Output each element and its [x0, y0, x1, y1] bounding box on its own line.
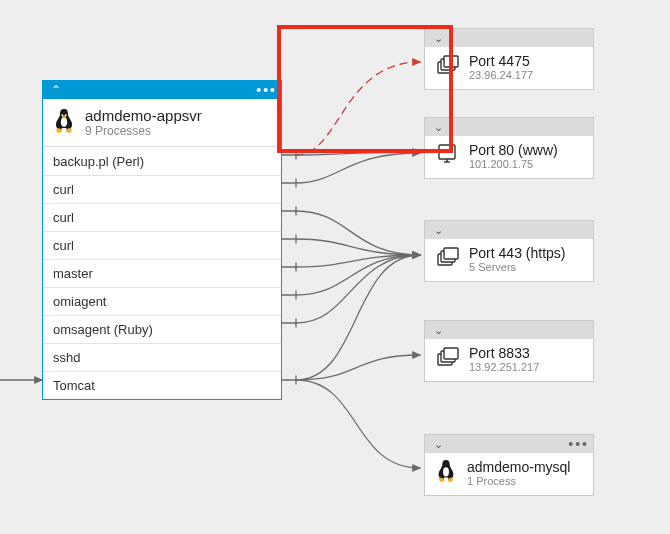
source-title: admdemo-appsvr [85, 107, 202, 124]
process-row[interactable]: curl [43, 175, 281, 203]
node-body: Port 883313.92.251.217 [425, 339, 593, 381]
process-row[interactable]: Tomcat [43, 371, 281, 399]
process-row[interactable]: omiagent [43, 287, 281, 315]
process-row[interactable]: master [43, 259, 281, 287]
target-meta: 13.92.251.217 [469, 361, 539, 373]
chevron-down-icon[interactable]: ⌄ [429, 224, 447, 237]
target-meta: 1 Process [467, 475, 570, 487]
chevron-down-icon[interactable]: ⌄ [429, 324, 447, 337]
svg-rect-30 [444, 348, 458, 359]
servers-icon [435, 245, 459, 273]
servers-icon [435, 345, 459, 373]
node-header[interactable]: ⌄ [425, 321, 593, 339]
node-body: Port 443 (https)5 Servers [425, 239, 593, 281]
chevron-down-icon[interactable]: ⌄ [429, 438, 447, 451]
linux-icon [53, 108, 75, 138]
linux-icon [435, 459, 457, 487]
more-icon[interactable]: ••• [568, 436, 589, 452]
source-subtitle: 9 Processes [85, 124, 202, 138]
node-header[interactable]: ⌄••• [425, 435, 593, 453]
target-title: Port 4475 [469, 53, 533, 69]
process-row[interactable]: backup.pl (Perl) [43, 147, 281, 175]
node-header[interactable]: ⌄ [425, 221, 593, 239]
svg-point-18 [65, 114, 67, 116]
source-node[interactable]: ⌃ ••• admdemo-appsvr 9 Processes backup.… [42, 80, 282, 400]
node-title: admdemo-appsvr 9 Processes [43, 99, 281, 147]
more-icon[interactable]: ••• [256, 82, 277, 98]
svg-point-31 [443, 467, 449, 476]
target-meta: 5 Servers [469, 261, 566, 273]
dependency-map: ⌃ ••• admdemo-appsvr 9 Processes backup.… [0, 0, 670, 534]
svg-rect-27 [444, 248, 458, 259]
chevron-up-icon[interactable]: ⌃ [47, 83, 65, 97]
target-node[interactable]: ⌄Port 443 (https)5 Servers [424, 220, 594, 282]
target-node[interactable]: ⌄•••admdemo-mysql1 Process [424, 434, 594, 496]
process-row[interactable]: curl [43, 231, 281, 259]
target-title: Port 8833 [469, 345, 539, 361]
process-list: backup.pl (Perl)curlcurlcurlmasteromiage… [43, 147, 281, 399]
target-node[interactable]: ⌄Port 883313.92.251.217 [424, 320, 594, 382]
target-title: Port 80 (www) [469, 142, 558, 158]
target-title: admdemo-mysql [467, 459, 570, 475]
target-meta: 23.96.24.177 [469, 69, 533, 81]
target-meta: 101.200.1.75 [469, 158, 558, 170]
node-body: admdemo-mysql1 Process [425, 453, 593, 495]
process-row[interactable]: omsagent (Ruby) [43, 315, 281, 343]
highlight-box [277, 25, 453, 153]
svg-point-17 [61, 114, 63, 116]
process-row[interactable]: sshd [43, 343, 281, 371]
process-row[interactable]: curl [43, 203, 281, 231]
target-title: Port 443 (https) [469, 245, 566, 261]
node-header[interactable]: ⌃ ••• [43, 81, 281, 99]
